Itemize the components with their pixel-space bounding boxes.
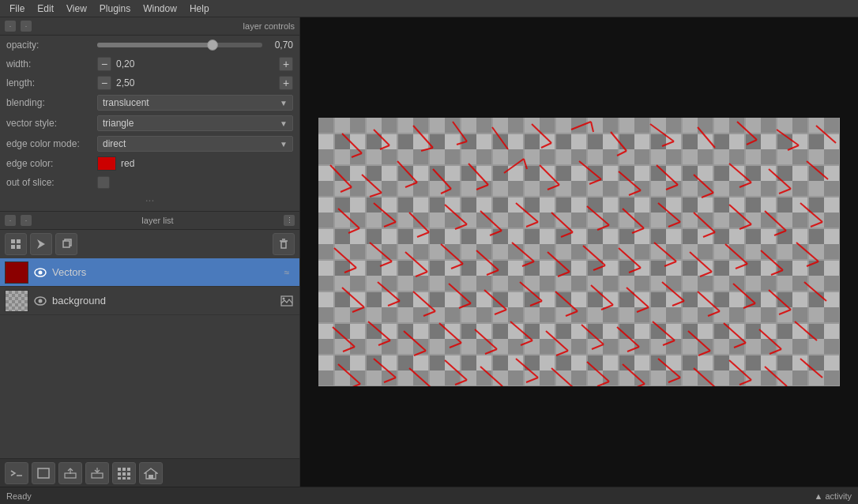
svg-rect-3 [17, 245, 21, 249]
trash-icon [277, 238, 290, 250]
edge-color-name: red [121, 158, 134, 169]
menu-window[interactable]: Window [137, 2, 183, 16]
out-of-slice-row: out of slice: [0, 173, 299, 192]
arrow-icon [35, 238, 47, 250]
terminal-btn[interactable] [5, 462, 28, 484]
length-control: − 2,50 + [97, 76, 293, 90]
opacity-fill [97, 43, 213, 47]
menu-view[interactable]: View [60, 2, 93, 16]
canvas-btn[interactable] [32, 462, 55, 484]
opacity-track[interactable] [97, 43, 262, 47]
width-input[interactable]: 0,20 [113, 58, 277, 70]
blending-arrow: ▼ [280, 99, 288, 107]
menu-bar: File Edit View Plugins Window Help [0, 0, 858, 17]
bottom-toolbar [0, 458, 299, 487]
menu-edit[interactable]: Edit [31, 2, 60, 16]
menu-file[interactable]: File [3, 2, 31, 16]
vector-style-label: vector style: [6, 118, 97, 129]
width-minus[interactable]: − [97, 57, 111, 71]
menu-help[interactable]: Help [183, 2, 216, 16]
edge-color-swatch[interactable] [97, 156, 116, 171]
settings-icon[interactable]: · [21, 21, 32, 32]
svg-rect-23 [118, 472, 121, 476]
edge-color-mode-dropdown[interactable]: direct ▼ [97, 136, 293, 152]
svg-rect-0 [11, 239, 15, 243]
vector-style-value: triangle ▼ [97, 115, 293, 131]
export-btn[interactable] [85, 462, 109, 484]
image-icon [280, 295, 293, 307]
opacity-slider-container: 0,70 [97, 39, 293, 51]
svg-rect-2 [11, 245, 15, 249]
opacity-row: opacity: 0,70 [0, 36, 299, 55]
layer-list-section: · · layer list ⋮ [0, 211, 299, 487]
status-bar: Ready ▲ activity [0, 487, 858, 504]
svg-rect-21 [122, 468, 126, 471]
background-layer-name: background [52, 295, 274, 307]
vectors-type-symbol: ≈ [284, 267, 290, 278]
delete-layer-btn[interactable] [273, 233, 295, 255]
svg-point-9 [39, 270, 43, 274]
home-icon [144, 467, 158, 480]
layer-list-settings-icon[interactable]: · [21, 215, 32, 226]
length-minus[interactable]: − [97, 76, 111, 90]
width-control: − 0,20 + [97, 57, 293, 71]
terminal-icon [9, 468, 24, 479]
svg-rect-1 [17, 239, 21, 243]
layer-controls-header: · · layer controls [0, 17, 299, 36]
left-panel: · · layer controls opacity: 0,70 [0, 17, 300, 487]
layer-items: Vectors ≈ background [0, 258, 299, 458]
background-type-icon [279, 293, 295, 309]
background-thumbnail [5, 290, 28, 312]
out-of-slice-label: out of slice: [6, 177, 97, 188]
layer-list-menu-icon[interactable]: ⋮ [284, 215, 295, 226]
svg-rect-20 [118, 468, 121, 471]
edge-color-value: red [97, 156, 293, 171]
import-icon [63, 467, 77, 480]
edge-color-mode-selected: direct [103, 138, 126, 149]
duplicate-icon [60, 238, 73, 250]
layer-list-header-icons: · · [5, 215, 32, 226]
layer-item[interactable]: Vectors ≈ [0, 258, 299, 287]
length-value: − 2,50 + [97, 76, 293, 90]
arrow-tool-btn[interactable] [30, 233, 52, 255]
blending-dropdown[interactable]: translucent ▼ [97, 95, 293, 111]
opacity-display: 0,70 [265, 39, 293, 51]
main-layout: · · layer controls opacity: 0,70 [0, 17, 858, 487]
layer-list-pin-icon[interactable]: · [5, 215, 16, 226]
length-label: length: [6, 77, 97, 88]
more-options[interactable]: ··· [0, 192, 299, 208]
length-row: length: − 2,50 + [0, 73, 299, 92]
blending-selected: translucent [103, 97, 149, 108]
width-plus[interactable]: + [279, 57, 293, 71]
layer-controls-title: layer controls [243, 21, 295, 31]
pin-icon[interactable]: · [5, 21, 16, 32]
svg-rect-25 [127, 472, 130, 476]
opacity-thumb[interactable] [207, 39, 218, 51]
vectors-visibility-icon[interactable] [33, 265, 47, 280]
length-plus[interactable]: + [279, 76, 293, 90]
grid-view-btn[interactable] [112, 462, 136, 484]
edge-color-label: edge color: [6, 158, 97, 169]
status-right: ▲ activity [814, 491, 852, 501]
duplicate-btn[interactable] [55, 233, 77, 255]
export-icon [90, 467, 104, 480]
svg-rect-24 [122, 472, 126, 476]
layer-item[interactable]: background [0, 287, 299, 315]
svg-rect-28 [127, 477, 130, 480]
background-visibility-icon[interactable] [33, 294, 47, 308]
new-layer-btn[interactable] [5, 233, 27, 255]
svg-rect-27 [122, 477, 126, 480]
blending-row: blending: translucent ▼ [0, 92, 299, 113]
layer-controls-section: · · layer controls opacity: 0,70 [0, 17, 299, 211]
home-btn[interactable] [139, 462, 163, 484]
length-input[interactable]: 2,50 [113, 77, 277, 88]
vector-style-arrow: ▼ [280, 119, 288, 128]
import-btn[interactable] [58, 462, 82, 484]
canvas-area: /* tiles drawn inline below */ [300, 17, 858, 487]
out-of-slice-checkbox[interactable] [97, 176, 110, 189]
square-icon [36, 468, 51, 479]
grid-icon [9, 238, 22, 250]
vector-style-dropdown[interactable]: triangle ▼ [97, 115, 293, 131]
blending-value: translucent ▼ [97, 95, 293, 111]
menu-plugins[interactable]: Plugins [93, 2, 137, 16]
